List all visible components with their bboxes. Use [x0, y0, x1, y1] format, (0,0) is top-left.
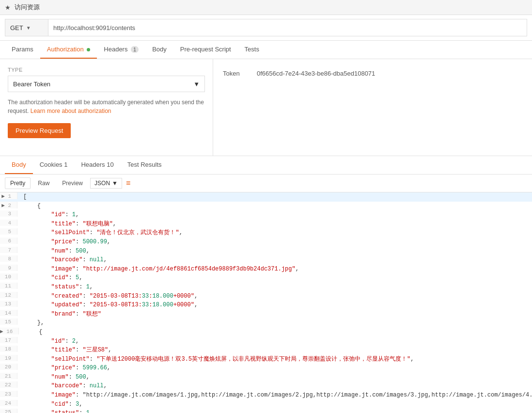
line-content: { [17, 202, 41, 211]
line-number: 6 [0, 238, 17, 244]
table-row: 20 "price": 5999.66, [0, 364, 532, 373]
tab-prerequest[interactable]: Pre-request Script [173, 41, 238, 59]
cookies-badge: 1 [64, 161, 67, 168]
line-content: "barcode": null, [17, 255, 107, 265]
table-row: ▶ 2 { [0, 202, 532, 211]
table-row: 14 "brand": "联想" [0, 310, 532, 319]
learn-more-link[interactable]: Learn more about authorization [31, 108, 111, 114]
line-content: "cid": 5, [17, 273, 82, 283]
line-content: "price": 5999.66, [17, 364, 110, 373]
table-row: 3 "id": 1, [0, 210, 532, 220]
rtab-headers[interactable]: Headers 10 [74, 156, 120, 174]
line-number: 8 [0, 255, 17, 262]
line-content: "title": "联想电脑", [17, 220, 116, 229]
table-row: 4 "title": "联想电脑", [0, 220, 532, 229]
line-content: [ [17, 192, 27, 202]
line-content: "price": 5000.99, [17, 238, 110, 247]
line-content: "created": "2015-03-08T13:33:18.000+0000… [17, 292, 198, 301]
line-content: }, [17, 318, 44, 328]
tab-body[interactable]: Body [145, 41, 173, 59]
line-number: 15 [0, 318, 17, 325]
method-label: GET [10, 24, 23, 32]
line-number: 5 [0, 228, 17, 235]
url-input[interactable] [48, 19, 527, 36]
format-bar: Pretty Raw Preview JSON ▼ ≡ [0, 175, 532, 192]
line-number: 10 [0, 273, 17, 280]
tab-params[interactable]: Params [5, 41, 40, 59]
fold-arrow[interactable]: ▶ [1, 203, 5, 208]
table-row: 5 "sellPoint": "清仓！仅北京，武汉仓有货！", [0, 228, 532, 238]
table-row: 9 "image": "http://image.jt.com/jd/4ef88… [0, 265, 532, 274]
line-content: "sellPoint": "下单送12000毫安移动电源！双3.5英寸魔焕炫屏，… [17, 355, 414, 364]
line-number: 13 [0, 301, 17, 307]
format-select[interactable]: JSON ▼ [90, 178, 122, 189]
line-number: 4 [0, 220, 17, 226]
line-number: 21 [0, 373, 17, 379]
line-number: 24 [0, 400, 17, 406]
method-select[interactable]: GET ▼ [5, 19, 48, 36]
line-content: "id": 2, [17, 337, 79, 346]
line-number: 20 [0, 364, 17, 370]
top-bar: ★ 访问资源 [0, 0, 532, 15]
preview-request-button[interactable]: Preview Request [8, 123, 71, 138]
bearer-token-select[interactable]: Bearer Token ▼ [8, 76, 205, 92]
line-number: 3 [0, 210, 17, 217]
line-content: "status": 1, [17, 409, 93, 413]
rtab-cookies[interactable]: Cookies 1 [33, 156, 75, 174]
table-row: 19 "sellPoint": "下单送12000毫安移动电源！双3.5英寸魔焕… [0, 355, 532, 364]
wrap-icon[interactable]: ≡ [126, 179, 130, 188]
line-content: "brand": "联想" [17, 310, 101, 319]
line-number: 19 [0, 355, 17, 361]
fold-arrow[interactable]: ▶ [1, 193, 5, 199]
line-content: "updated": "2015-03-08T13:33:18.000+0000… [17, 301, 198, 310]
tab-headers[interactable]: Headers 1 [97, 41, 145, 59]
tab-tests[interactable]: Tests [238, 41, 266, 59]
auth-right: Token 0f6656cd-7e24-43e3-be86-dba5ed1080… [213, 59, 532, 156]
star-icon: ★ [5, 4, 11, 11]
line-content: { [19, 328, 42, 337]
table-row: 13 "updated": "2015-03-08T13:33:18.000+0… [0, 301, 532, 310]
type-label: TYPE [8, 67, 205, 73]
pretty-button[interactable]: Pretty [5, 177, 31, 189]
top-title: 访问资源 [15, 3, 40, 12]
headers-badge: 1 [131, 46, 139, 53]
line-content: "barcode": null, [17, 381, 107, 391]
table-row: 23 "image": "http://image.jt.com/images/… [0, 391, 532, 400]
line-number: 12 [0, 292, 17, 298]
line-number: 9 [0, 265, 17, 271]
auth-panel: TYPE Bearer Token ▼ The authorization he… [0, 59, 532, 156]
token-value: 0f6656cd-7e24-43e3-be86-dba5ed108071 [257, 67, 375, 77]
table-row: 15 }, [0, 318, 532, 328]
line-number: 11 [0, 283, 17, 289]
line-content: "title": "三星S8", [17, 346, 111, 355]
table-row: 17 "id": 2, [0, 337, 532, 346]
raw-button[interactable]: Raw [32, 177, 55, 189]
tab-authorization[interactable]: Authorization [40, 41, 97, 59]
line-content: "num": 500, [17, 373, 90, 382]
line-content: "status": 1, [17, 283, 93, 292]
line-content: "num": 500, [17, 247, 90, 256]
preview-button[interactable]: Preview [57, 177, 88, 189]
format-chevron-icon: ▼ [112, 180, 118, 187]
line-content: "id": 1, [17, 210, 79, 220]
rtab-body[interactable]: Body [5, 156, 33, 174]
line-number: 25 [0, 409, 17, 413]
table-row: 8 "barcode": null, [0, 255, 532, 265]
line-number: ▶ 2 [0, 202, 17, 208]
response-tabs: Body Cookies 1 Headers 10 Test Results [0, 156, 532, 175]
table-row: 12 "created": "2015-03-08T13:33:18.000+0… [0, 292, 532, 301]
rtab-test-results[interactable]: Test Results [121, 156, 169, 174]
table-row: 24 "cid": 3, [0, 400, 532, 409]
table-row: 25 "status": 1, [0, 409, 532, 413]
fold-arrow[interactable]: ▶ [0, 329, 3, 334]
active-dot [87, 48, 90, 51]
line-number: 23 [0, 391, 17, 397]
line-number: ▶ 16 [0, 328, 19, 334]
table-row: 10 "cid": 5, [0, 273, 532, 283]
line-number: 22 [0, 381, 17, 388]
line-content: "image": "http://image.jt.com/jd/4ef8861… [17, 265, 299, 274]
code-area: ▶ 1[▶ 2 {3 "id": 1,4 "title": "联想电脑",5 "… [0, 192, 532, 413]
table-row: ▶ 1[ [0, 192, 532, 202]
auth-info: The authorization header will be automat… [8, 98, 205, 115]
table-row: 7 "num": 500, [0, 247, 532, 256]
